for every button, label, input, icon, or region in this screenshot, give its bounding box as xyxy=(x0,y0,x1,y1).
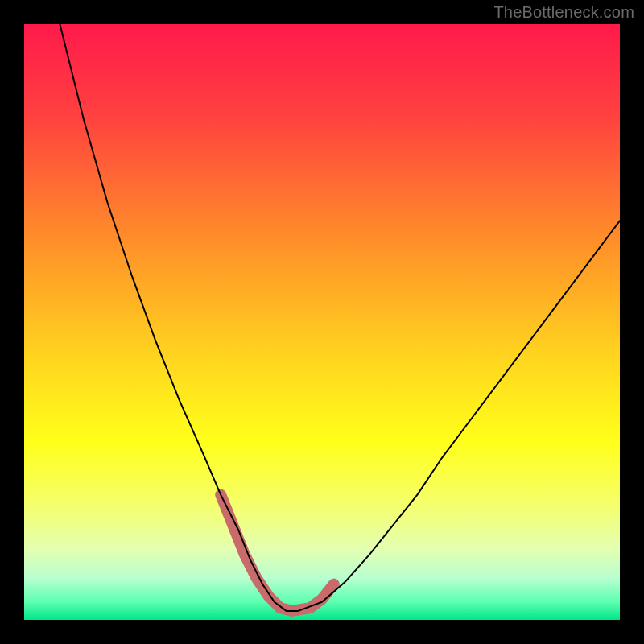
watermark-text: TheBottleneck.com xyxy=(493,3,634,22)
chart-frame: TheBottleneck.com xyxy=(0,0,644,644)
bottleneck-chart xyxy=(0,0,644,644)
plot-background xyxy=(24,24,620,620)
